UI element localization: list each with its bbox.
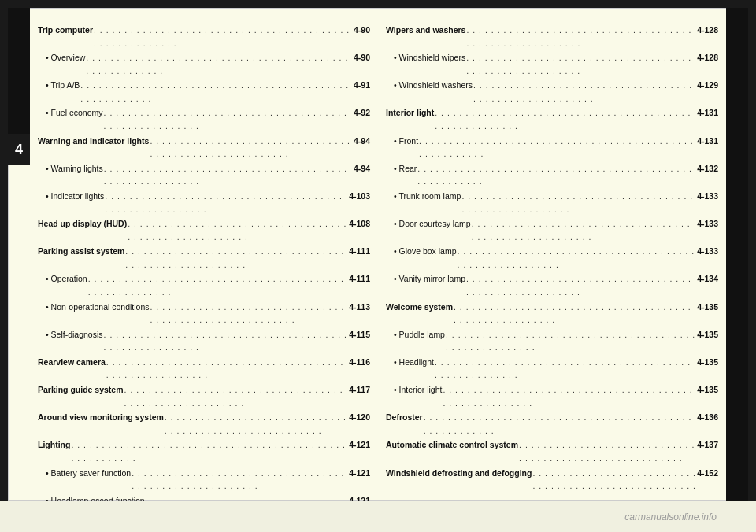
entry-page: 4-121 [349,467,370,480]
entry-dots: . . . . . . . . . . . . . . . . . . . . … [127,217,349,243]
entry-page: 4-117 [349,383,370,397]
entry-dots: . . . . . . . . . . . . . . . . . . . . … [532,467,697,506]
entry-label: Trip computer [38,24,93,37]
entry-page: 4-135 [697,328,718,342]
entry-page: 4-115 [349,328,370,342]
entry-dots: . . . . . . . . . . . . . . . . . . . . … [453,301,697,327]
entry-label: Head up display (HUD) [38,217,127,231]
toc-entry: • Windshield washers . . . . . . . . . .… [386,79,718,106]
toc-entry: • Trunk room lamp . . . . . . . . . . . … [386,190,718,217]
entry-dots: . . . . . . . . . . . . . . . . . . . . … [442,383,697,409]
entry-label: • Puddle lamp [386,328,445,342]
entry-label: Rearview camera [38,356,106,369]
entry-page: 4-128 [697,24,718,37]
entry-label: • Windshield washers [386,79,472,92]
entry-page: 4-136 [697,411,718,424]
entry-label: Interior light [386,106,434,120]
entry-label: • Door courtesy lamp [386,217,471,231]
toc-entry: • Operation . . . . . . . . . . . . . . … [38,272,370,300]
toc-entry: Head up display (HUD) . . . . . . . . . … [38,217,370,245]
entry-label: • Headlight [386,356,434,369]
entry-dots: . . . . . . . . . . . . . . . . . . . . … [457,245,698,271]
entry-dots: . . . . . . . . . . . . . . . . . . . . … [465,51,697,77]
chapter-number: 4 [8,134,30,165]
entry-dots: . . . . . . . . . . . . . . . . . . . . … [93,24,354,50]
entry-label: • Battery saver function [38,467,131,480]
toc-entry: • Self-diagnosis . . . . . . . . . . . .… [38,328,370,356]
entry-page: 4-103 [349,190,370,203]
toc-entry: • Overview . . . . . . . . . . . . . . .… [38,51,370,79]
toc-entry: Lighting . . . . . . . . . . . . . . . .… [38,438,370,466]
toc-entry: • Interior light . . . . . . . . . . . .… [386,383,718,411]
toc-entry: Around view monitoring system . . . . . … [38,411,370,438]
entry-dots: . . . . . . . . . . . . . . . . . . . . … [423,411,697,437]
entry-dots: . . . . . . . . . . . . . . . . . . . . … [418,135,697,161]
entry-label: • Vanity mirror lamp [386,272,465,286]
entry-label: • Non-operational conditions [38,301,150,314]
toc-entry: Rearview camera . . . . . . . . . . . . … [38,356,370,383]
toc-entry: • Battery saver function . . . . . . . .… [38,467,370,494]
entry-page: 4-108 [349,217,370,231]
entry-label: • Glove box lamp [386,245,457,258]
entry-page: 4-111 [349,272,370,286]
chapter-tab-top [8,8,30,134]
entry-dots: . . . . . . . . . . . . . . . . . . . . … [465,272,697,298]
entry-page: 4-135 [697,356,718,369]
entry-dots: . . . . . . . . . . . . . . . . . . . . … [150,301,350,327]
entry-label: Around view monitoring system [38,411,164,424]
entry-label: Wipers and washers [386,24,465,37]
bottom-bar: carmanualsonline.info [0,501,756,532]
entry-label: • Fuel economy [38,106,103,120]
entry-label: • Trip A/B [38,79,80,92]
toc-entry: Warning and indicator lights . . . . . .… [38,135,370,162]
toc-entry: • Warning lights . . . . . . . . . . . .… [38,162,370,190]
entry-page: 4-133 [697,190,718,203]
entry-page: 4-128 [697,51,718,65]
entry-page: 4-134 [697,272,718,286]
entry-page: 4-152 [697,467,718,480]
entry-dots: . . . . . . . . . . . . . . . . . . . . … [103,106,354,132]
entry-page: 4-131 [697,106,718,120]
toc-entry: • Headlight . . . . . . . . . . . . . . … [386,356,718,383]
entry-label: Windshield defrosting and defogging [386,467,532,480]
entry-dots: . . . . . . . . . . . . . . . . . . . . … [131,467,349,493]
entry-page: 4-111 [349,245,370,258]
entry-dots: . . . . . . . . . . . . . . . . . . . . … [434,356,697,382]
entry-page: 4-94 [354,135,370,148]
entry-dots: . . . . . . . . . . . . . . . . . . . . … [80,79,354,105]
entry-page: 4-135 [697,301,718,314]
entry-label: • Trunk room lamp [386,190,461,203]
entry-page: 4-91 [354,79,370,92]
entry-dots: . . . . . . . . . . . . . . . . . . . . … [445,328,697,354]
toc-entry: • Indicator lights . . . . . . . . . . .… [38,190,370,217]
toc-entry: • Rear . . . . . . . . . . . . . . . . .… [386,162,718,190]
entry-label: • Interior light [386,383,442,397]
entry-dots: . . . . . . . . . . . . . . . . . . . . … [471,217,698,243]
right-column: Wipers and washers . . . . . . . . . . .… [386,24,718,489]
entry-page: 4-92 [354,106,370,120]
entry-label: • Warning lights [38,162,103,175]
toc-entry: • Door courtesy lamp . . . . . . . . . .… [386,217,718,245]
toc-entry: • Windshield wipers . . . . . . . . . . … [386,51,718,79]
entry-label: Lighting [38,438,70,452]
toc-entry: • Front . . . . . . . . . . . . . . . . … [386,135,718,162]
entry-page: 4-120 [349,411,370,424]
entry-page: 4-133 [697,245,718,258]
left-column: Trip computer . . . . . . . . . . . . . … [38,24,370,489]
toc-entry: Parking assist system . . . . . . . . . … [38,245,370,272]
toc-entry: Wipers and washers . . . . . . . . . . .… [386,24,718,51]
entry-dots: . . . . . . . . . . . . . . . . . . . . … [103,162,354,188]
entry-dots: . . . . . . . . . . . . . . . . . . . . … [434,106,697,132]
entry-dots: . . . . . . . . . . . . . . . . . . . . … [124,245,349,271]
entry-dots: . . . . . . . . . . . . . . . . . . . . … [518,438,697,464]
entry-page: 4-132 [697,162,718,175]
toc-entry: Defroster . . . . . . . . . . . . . . . … [386,411,718,438]
entry-dots: . . . . . . . . . . . . . . . . . . . . … [87,272,349,298]
entry-label: • Rear [386,162,417,175]
entry-dots: . . . . . . . . . . . . . . . . . . . . … [106,356,349,382]
entry-label: • Self-diagnosis [38,328,103,342]
entry-page: 4-90 [354,51,370,65]
entry-label: • Indicator lights [38,190,104,203]
entry-dots: . . . . . . . . . . . . . . . . . . . . … [124,383,350,409]
entry-label: • Front [386,135,418,148]
